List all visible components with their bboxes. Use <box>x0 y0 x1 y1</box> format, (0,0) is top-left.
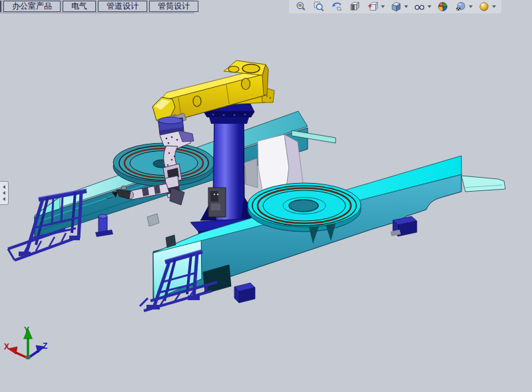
hide-show-items-icon <box>414 1 425 12</box>
display-style-dropdown-caret[interactable] <box>404 5 408 8</box>
left-turntable-ring <box>113 143 214 186</box>
view-orientation-dropdown-caret[interactable] <box>381 5 385 8</box>
previous-view-icon <box>332 1 342 12</box>
edit-appearance-icon <box>437 1 448 12</box>
apply-scene-group <box>454 1 473 13</box>
view-settings-icon <box>479 1 489 12</box>
view-orientation-button[interactable] <box>366 1 380 13</box>
display-style-button[interactable] <box>390 1 403 13</box>
command-manager-tabs: 估 办公室产品 电气 管道设计 管筒设计 <box>0 0 194 13</box>
expand-panel-control[interactable] <box>0 181 9 205</box>
zoom-to-area-button[interactable] <box>312 1 326 13</box>
expand-arrow-icon <box>3 185 5 189</box>
apply-scene-icon <box>455 1 466 12</box>
display-style-icon <box>391 1 401 12</box>
right-turntable-ring <box>252 186 356 226</box>
view-orientation-icon <box>368 1 378 12</box>
zoom-to-fit-icon <box>296 1 306 12</box>
previous-view-button[interactable] <box>330 1 344 13</box>
zoom-to-fit-button[interactable] <box>294 1 308 13</box>
view-settings-button[interactable] <box>477 1 491 13</box>
expand-arrow-icon <box>3 191 5 195</box>
zoom-to-area-icon <box>314 1 324 12</box>
solidworks-window: Y X Z 估 办公室产品 电气 管道设计 管筒设计 <box>0 0 532 392</box>
hide-show-items-group <box>413 1 431 13</box>
view-settings-group <box>477 1 496 13</box>
view-orientation-group <box>366 1 385 13</box>
view-settings-dropdown-caret[interactable] <box>492 5 496 8</box>
axis-label-x: X <box>4 342 9 351</box>
tab-office-products[interactable]: 办公室产品 <box>3 1 61 12</box>
expand-arrow-icon <box>3 197 5 201</box>
section-view-icon <box>350 1 360 12</box>
axis-triad: Y X Z <box>4 325 47 359</box>
tab-electrical[interactable]: 电气 <box>63 1 96 12</box>
apply-scene-button[interactable] <box>454 1 467 13</box>
section-view-button[interactable] <box>348 1 362 13</box>
axis-label-z: Z <box>43 341 47 351</box>
heads-up-view-toolbar <box>289 0 501 13</box>
display-style-group <box>390 1 408 13</box>
axis-label-y: Y <box>24 325 29 335</box>
tab-tubing-design[interactable]: 管筒设计 <box>149 1 198 12</box>
tab-evaluate-partial[interactable]: 估 <box>0 1 1 12</box>
hide-show-items-button[interactable] <box>413 1 426 13</box>
column-control-box <box>208 188 226 217</box>
graphics-area[interactable]: Y X Z <box>0 0 532 392</box>
tab-piping-design[interactable]: 管道设计 <box>98 1 147 12</box>
hide-show-items-dropdown-caret[interactable] <box>427 5 431 8</box>
apply-scene-dropdown-caret[interactable] <box>469 5 473 8</box>
edit-appearance-button[interactable] <box>436 1 449 13</box>
